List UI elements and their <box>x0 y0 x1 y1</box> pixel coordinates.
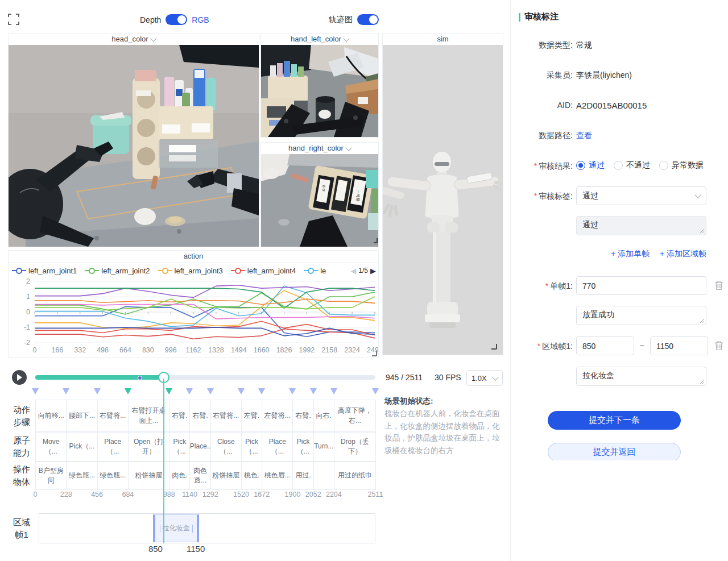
table-cell: 右臂将... <box>210 400 242 432</box>
chevron-down-icon <box>694 192 701 198</box>
radio-icon <box>614 161 623 170</box>
play-button[interactable] <box>12 370 27 385</box>
resize-handle-icon[interactable] <box>699 318 705 323</box>
depth-rgb-toggle[interactable] <box>166 14 187 25</box>
tag-note-textarea[interactable]: 通过 <box>576 216 706 235</box>
timeline-slider[interactable] <box>35 375 375 380</box>
axis-tick-label: 988 <box>163 491 175 498</box>
table-cell: Place.. <box>189 432 210 462</box>
trajectory-toggle-group: 轨迹图 <box>329 14 379 25</box>
table-cell: 用过的纸巾 <box>334 462 376 490</box>
accent-bar <box>519 13 520 22</box>
drag-grip-icon <box>192 525 193 533</box>
table-cell: Move（... <box>35 432 67 462</box>
required-star: * <box>534 192 537 201</box>
result-radio-通过[interactable]: 通过 <box>576 160 605 171</box>
timeline-marker[interactable] <box>166 388 172 394</box>
table-cell: Place（... <box>262 432 293 462</box>
chart-legend: left_arm_joint1left_arm_joint2left_arm_j… <box>12 263 345 278</box>
single-frame-note-textarea[interactable]: 放置成功 <box>576 306 706 325</box>
svg-text:332: 332 <box>74 346 86 354</box>
submit-next-button[interactable]: 提交并下一条 <box>548 411 681 430</box>
action-chart-title: action <box>9 251 378 263</box>
sim-robot-view <box>383 45 503 355</box>
result-label: *审核结果: <box>511 161 573 172</box>
legend-item[interactable]: left_arm_joint1 <box>12 267 77 275</box>
legend-next-icon[interactable]: ▶ <box>370 267 376 275</box>
toggle-knob <box>177 15 186 24</box>
timeline-marker[interactable] <box>186 388 193 394</box>
region-start-input[interactable] <box>576 336 634 355</box>
review-panel-title: 审核标注 <box>524 11 559 22</box>
svg-text:-2: -2 <box>24 339 30 347</box>
delete-region-frame-icon[interactable] <box>714 340 723 351</box>
hand-left-camera-title[interactable]: hand_left_color <box>261 34 378 45</box>
legend-prev-icon[interactable]: ◀ <box>350 267 356 275</box>
timeline-marker[interactable] <box>63 388 69 394</box>
data-path-link[interactable]: 查看 <box>576 131 592 141</box>
svg-text:830: 830 <box>142 346 154 354</box>
timeline-marker[interactable] <box>94 388 101 394</box>
svg-text:1: 1 <box>26 293 30 301</box>
head-camera-title[interactable]: head_color <box>9 34 259 45</box>
svg-text:996: 996 <box>165 346 177 354</box>
timeline-marker[interactable] <box>238 388 245 394</box>
table-cell: Close（... <box>210 432 242 462</box>
tag-select[interactable]: 通过 <box>576 186 706 205</box>
speed-select[interactable]: 1.0X <box>466 370 503 386</box>
submit-back-button[interactable]: 提交并返回 <box>548 443 681 460</box>
rgb-label: RGB <box>192 15 209 24</box>
svg-text:1660: 1660 <box>254 346 270 354</box>
timeline-marker[interactable] <box>32 388 39 394</box>
region-end-input[interactable] <box>650 336 708 355</box>
resize-handle-icon[interactable] <box>699 228 705 234</box>
table-row-label: 操作物体 <box>11 462 32 490</box>
axis-tick-label: 2204 <box>326 491 342 498</box>
legend-item[interactable]: le <box>304 267 326 275</box>
timeline-marker[interactable] <box>310 388 317 394</box>
region-frame-block[interactable]: 拉化妆盒 <box>153 514 199 542</box>
radio-icon <box>659 161 668 170</box>
result-radio-group: 通过不通过异常数据 <box>576 160 704 171</box>
hand-left-camera-panel: hand_left_color <box>260 33 379 138</box>
add-single-frame-link[interactable]: + 添加单帧 <box>611 249 650 258</box>
region-frame-note-textarea[interactable]: 拉化妆盒 <box>576 367 706 386</box>
legend-item[interactable]: left_arm_joint2 <box>85 267 150 275</box>
drag-grip-icon <box>160 525 160 533</box>
axis-tick-label: 456 <box>91 491 103 498</box>
region-frame-track: 拉化妆盒 <box>39 513 375 543</box>
legend-item[interactable]: left_arm_joint4 <box>231 267 296 275</box>
timeline-marker[interactable] <box>125 388 131 394</box>
resize-handle-icon[interactable] <box>699 379 705 384</box>
svg-text:664: 664 <box>119 346 131 354</box>
svg-text:一号格: 一号格 <box>355 190 360 202</box>
timeline-marker[interactable] <box>372 388 379 394</box>
region-start-label: 850 <box>148 544 163 554</box>
required-star: * <box>545 281 548 290</box>
delete-single-frame-icon[interactable] <box>714 280 723 290</box>
hand-right-camera-title[interactable]: hand_right_color <box>261 143 378 154</box>
add-region-frame-link[interactable]: + 添加区域帧 <box>660 249 706 258</box>
axis-tick-label: 1900 <box>285 491 301 498</box>
table-cell: 右臂. <box>169 400 190 432</box>
table-row-label: 原子能力 <box>11 432 32 462</box>
single-frame-input[interactable] <box>576 276 706 295</box>
timeline-marker[interactable] <box>207 388 214 394</box>
table-cell: Pick（... <box>241 432 262 462</box>
table-cell: 肉色透... <box>189 462 210 490</box>
legend-item[interactable]: left_arm_joint3 <box>158 267 223 275</box>
fullscreen-icon[interactable] <box>8 14 19 27</box>
timeline-marker[interactable] <box>330 388 337 394</box>
table-cell: Drop（丢下） <box>334 432 376 462</box>
data-type-value: 常规 <box>576 40 592 51</box>
legend-page-text: 1/5 <box>358 267 368 275</box>
result-radio-异常数据[interactable]: 异常数据 <box>659 160 704 171</box>
svg-text:2324: 2324 <box>344 346 360 354</box>
head-camera-image <box>9 45 259 247</box>
result-radio-不通过[interactable]: 不通过 <box>614 160 650 171</box>
review-panel: 审核标注 数据类型: 常规 采集员: 李轶晨(liyichen) AID: A2… <box>511 0 728 460</box>
trajectory-toggle[interactable] <box>357 14 379 25</box>
resize-corner-icon[interactable] <box>371 351 377 356</box>
timeline-marker[interactable] <box>258 388 265 394</box>
timeline-marker[interactable] <box>289 388 296 394</box>
